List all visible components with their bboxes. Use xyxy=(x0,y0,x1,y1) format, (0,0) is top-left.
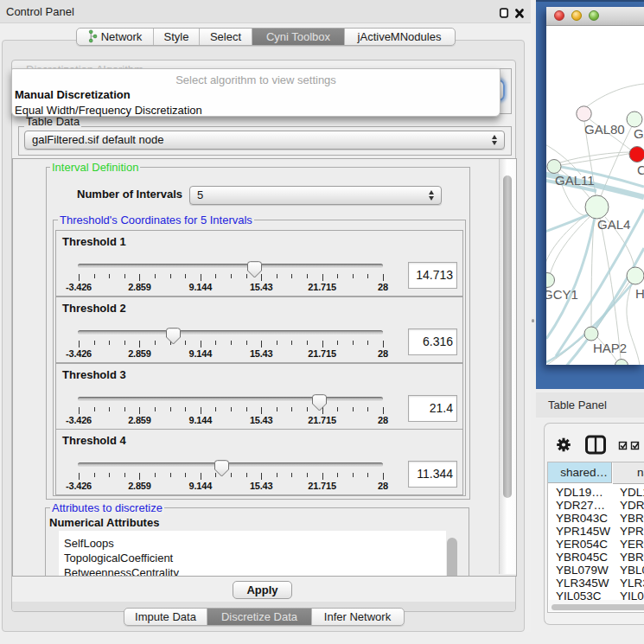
svg-text:GCY1: GCY1 xyxy=(546,287,578,302)
svg-text:GAL11: GAL11 xyxy=(555,173,595,188)
svg-text:HAP2: HAP2 xyxy=(593,341,627,355)
svg-text:GA: GA xyxy=(634,126,644,141)
svg-text:GAL80: GAL80 xyxy=(584,122,625,137)
svg-text:C: C xyxy=(637,163,644,177)
svg-text:H: H xyxy=(635,286,644,301)
svg-text:GAL4: GAL4 xyxy=(597,217,630,232)
